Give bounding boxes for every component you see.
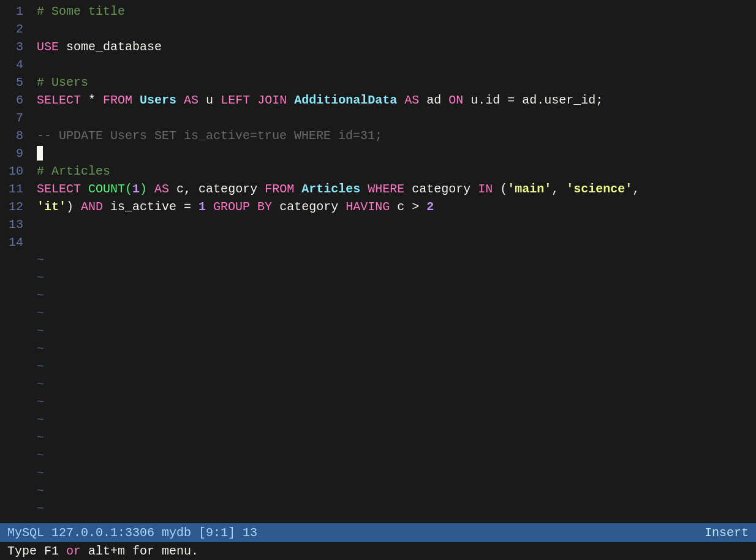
- code-line: [37, 109, 756, 127]
- code-line: # Some title: [37, 2, 756, 20]
- line-number: 6: [0, 91, 23, 109]
- code-content: # Some title USE some_database # UsersSE…: [31, 0, 756, 523]
- code-line: [37, 56, 756, 74]
- tilde-line: ~: [37, 393, 756, 411]
- tilde-line: ~: [37, 251, 756, 269]
- line-number: 9: [0, 145, 23, 162]
- line-number: 3: [0, 38, 23, 56]
- status-right: Insert: [705, 526, 749, 540]
- line-number: 8: [0, 127, 23, 145]
- tilde-line: ~: [37, 358, 756, 376]
- code-line: 'it') AND is_active = 1 GROUP BY categor…: [37, 198, 756, 216]
- code-area: 1234567891011121314 # Some title USE som…: [0, 0, 756, 523]
- tilde-line: ~: [37, 376, 756, 393]
- line-number: 11: [0, 180, 23, 198]
- code-line: [37, 145, 756, 162]
- line-number: 13: [0, 216, 23, 233]
- tilde-line: ~: [37, 500, 756, 518]
- tilde-line: ~: [37, 305, 756, 322]
- tilde-line: ~: [37, 482, 756, 500]
- code-line: SELECT COUNT(1) AS c, category FROM Arti…: [37, 180, 756, 198]
- cursor: [37, 146, 43, 161]
- tilde-line: ~: [37, 518, 756, 523]
- line-number: 5: [0, 74, 23, 91]
- code-line: [37, 216, 756, 233]
- status-bar: MySQL 127.0.0.1:3306 mydb [9:1] 13 Inser…: [0, 523, 756, 542]
- line-number: 12: [0, 198, 23, 216]
- status-left: MySQL 127.0.0.1:3306 mydb [9:1] 13: [7, 526, 257, 540]
- line-number: 10: [0, 162, 23, 180]
- line-numbers: 1234567891011121314: [0, 0, 31, 523]
- line-number: 2: [0, 20, 23, 38]
- code-line: # Users: [37, 74, 756, 91]
- tilde-line: ~: [37, 464, 756, 482]
- tilde-line: ~: [37, 429, 756, 447]
- line-number: 7: [0, 109, 23, 127]
- code-line: [37, 20, 756, 38]
- code-line: [37, 233, 756, 251]
- tilde-line: ~: [37, 447, 756, 464]
- code-line: -- UPDATE Users SET is_active=true WHERE…: [37, 127, 756, 145]
- tilde-line: ~: [37, 322, 756, 340]
- editor[interactable]: 1234567891011121314 # Some title USE som…: [0, 0, 756, 560]
- tilde-line: ~: [37, 411, 756, 429]
- tilde-line: ~: [37, 340, 756, 358]
- line-number: 4: [0, 56, 23, 74]
- line-number: 14: [0, 233, 23, 251]
- line-number: 1: [0, 2, 23, 20]
- code-line: SELECT * FROM Users AS u LEFT JOIN Addit…: [37, 91, 756, 109]
- tilde-line: ~: [37, 269, 756, 287]
- code-line: USE some_database: [37, 38, 756, 56]
- hint-bar: Type F1 or alt+m for menu.: [0, 542, 756, 560]
- code-line: # Articles: [37, 162, 756, 180]
- tilde-line: ~: [37, 287, 756, 305]
